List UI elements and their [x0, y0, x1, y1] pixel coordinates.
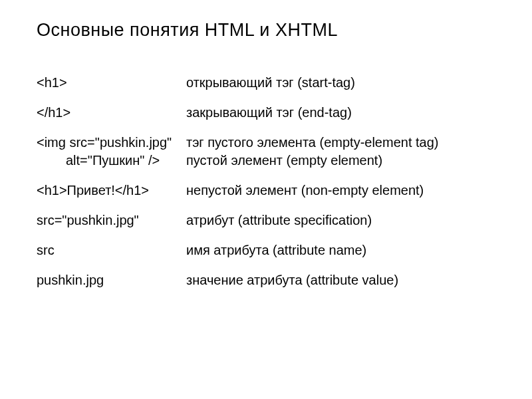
concept-row: <img src="pushkin.jpg" alt="Пушкин" /> т…: [37, 134, 499, 170]
definition-cell: тэг пустого элемента (empty-element tag)…: [186, 134, 499, 170]
slide: Основные понятия HTML и XHTML <h1> откры…: [0, 0, 532, 321]
concept-row: </h1> закрывающий тэг (end-tag): [37, 104, 499, 122]
example-cell: </h1>: [37, 104, 186, 122]
example-cell: <h1>: [37, 74, 186, 92]
definition-cell: непустой элемент (non-empty element): [186, 182, 499, 200]
concept-row: <h1> открывающий тэг (start-tag): [37, 74, 499, 92]
concept-row: src="pushkin.jpg" атрибут (attribute spe…: [37, 211, 499, 229]
example-cell: src="pushkin.jpg": [37, 211, 186, 229]
definition-cell: атрибут (attribute specification): [186, 211, 499, 229]
definition-cell: закрывающий тэг (end-tag): [186, 104, 499, 122]
example-cell: src: [37, 241, 186, 259]
page-title: Основные понятия HTML и XHTML: [37, 20, 499, 41]
concept-row: pushkin.jpg значение атрибута (attribute…: [37, 271, 499, 289]
definition-line-2: пустой элемент (empty element): [186, 153, 382, 168]
definition-line-1: тэг пустого элемента (empty-element tag): [186, 135, 438, 150]
example-cell: pushkin.jpg: [37, 271, 186, 289]
definition-cell: значение атрибута (attribute value): [186, 271, 499, 289]
concept-row: <h1>Привет!</h1> непустой элемент (non-e…: [37, 182, 499, 200]
example-cell: <img src="pushkin.jpg" alt="Пушкин" />: [37, 134, 186, 170]
definition-cell: открывающий тэг (start-tag): [186, 74, 499, 92]
concept-row: src имя атрибута (attribute name): [37, 241, 499, 259]
example-line-2: alt="Пушкин" />: [37, 152, 186, 170]
definition-cell: имя атрибута (attribute name): [186, 241, 499, 259]
example-cell: <h1>Привет!</h1>: [37, 182, 186, 200]
example-line-1: <img src="pushkin.jpg": [37, 135, 172, 150]
